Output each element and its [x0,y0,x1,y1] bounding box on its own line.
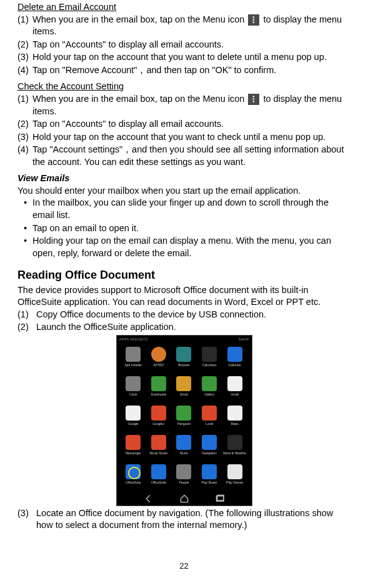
app-icon [151,406,166,421]
list-number: (4) [17,144,32,168]
bullet-mark: • [24,235,32,259]
list-body: Tap on "Accounts" to display all email a… [32,39,351,51]
app-cell: Gmail [223,376,247,404]
back-icon [144,494,152,503]
bullet-body: In the mailbox, you can slide your finge… [32,197,351,221]
tablet-navbar [117,492,252,506]
bullet-item: • Holding your tap on the email can disp… [17,235,351,259]
list-item: (1) Copy Office documents to the device … [17,309,351,321]
app-icon [227,435,242,450]
bullet-body: Holding your tap on the email can displa… [32,235,351,259]
app-label: Hangouts [172,422,196,426]
app-cell: People [172,464,196,492]
app-cell: Downloads [147,376,171,404]
list-body: Launch the OfficeSuite application. [36,321,351,334]
heading-reading-office: Reading Office Document [17,267,351,282]
heading-check-account: Check the Account Setting [17,81,351,93]
app-cell: Play Books [197,464,221,492]
list-item: (2) Tap on "Accounts" to display all ema… [17,39,351,51]
paragraph: The device provides support to Microsoft… [17,284,351,309]
app-label: Clock [122,392,146,397]
app-icon [151,464,166,479]
app-grid: Apk InstallerASTROBrowserCalculatorCalen… [117,343,252,492]
list-number: (1) [17,14,32,38]
app-label: Play Books [197,481,221,485]
app-icon [202,435,217,450]
heading-delete-account: Delete an Email Account [17,1,351,14]
app-cell: Maps [223,406,247,433]
app-label: Maps [223,422,247,426]
list-body: When you are in the email box, tap on th… [32,93,351,117]
app-cell: Calculator [197,347,221,374]
heading-view-emails: View Emails [17,172,351,185]
app-cell: Hangouts [172,406,196,433]
app-icon [151,347,166,362]
app-cell: Apk Installer [122,347,146,374]
app-cell: Email [172,376,196,404]
app-icon [176,406,191,421]
app-cell: Play Games [223,464,247,492]
app-label: ASTRO [147,363,171,367]
list-number: (4) [17,64,32,77]
app-icon [176,435,191,450]
app-cell: Google+ [147,406,171,433]
list-item: (1) When you are in the email box, tap o… [17,14,351,38]
app-label: OfficeSuite [122,481,146,485]
app-icon [227,347,242,362]
app-cell: ASTRO [147,347,171,374]
app-label: Calendar [223,363,247,367]
list-number: (2) [17,321,36,334]
app-icon [176,347,191,362]
list-number: (3) [17,507,36,532]
app-cell: OfficeSuite [122,464,146,492]
app-label: Navigation [197,451,221,456]
app-cell: Browser [172,347,196,374]
app-label: Apk Installer [122,363,146,367]
app-label: Gmail [223,392,247,397]
app-cell: Gallery [197,376,221,404]
app-cell: Calendar [223,347,247,374]
app-icon [151,435,166,450]
app-icon [126,376,141,391]
app-label: OfficeSuite [147,481,171,485]
app-label: Gallery [197,392,221,397]
list-body: Tap "Account settings"，and then you shou… [32,144,351,168]
list-item: (4) Tap "Account settings"，and then you … [17,144,351,168]
menu-icon: ••• [248,94,259,105]
app-icon [202,376,217,391]
app-label: Google+ [147,422,171,426]
app-icon [176,376,191,391]
list-number: (2) [17,118,32,131]
bullet-item: • In the mailbox, you can slide your fin… [17,197,351,221]
app-label: Movie Studio [147,451,171,456]
app-icon [202,347,217,362]
app-icon [227,406,242,421]
list-body: Copy Office documents to the device by U… [36,309,351,321]
tablet-device: APPS WIDGETS SHOP Apk InstallerASTROBrow… [116,335,252,506]
app-cell: Movie Studio [147,435,171,462]
text: When you are in the email box, tap on th… [32,14,247,24]
app-cell: Navigation [197,435,221,462]
list-number: (1) [17,93,32,117]
recents-icon [216,494,224,503]
app-label: Music [172,451,196,456]
app-label: Local [197,422,221,426]
home-icon [180,494,189,503]
app-label: Email [172,392,196,397]
statusbar-left: APPS WIDGETS [119,337,148,342]
app-cell: Local [197,406,221,433]
list-item: (3) Locate an Office document by navigat… [17,507,351,532]
list-item: (2) Tap on "Accounts" to display all ema… [17,118,351,131]
app-icon [126,347,141,362]
list-number: (2) [17,39,32,51]
app-icon [176,464,191,479]
app-label: Downloads [147,392,171,397]
app-label: Calculator [197,363,221,367]
app-icon [126,435,141,450]
statusbar-right: SHOP [238,337,249,342]
app-icon [202,464,217,479]
bullet-body: Tap on an email to open it. [32,222,351,235]
list-body: When you are in the email box, tap on th… [32,14,351,38]
list-item: (3) Hold your tap on the account that yo… [17,51,351,64]
list-number: (3) [17,51,32,64]
